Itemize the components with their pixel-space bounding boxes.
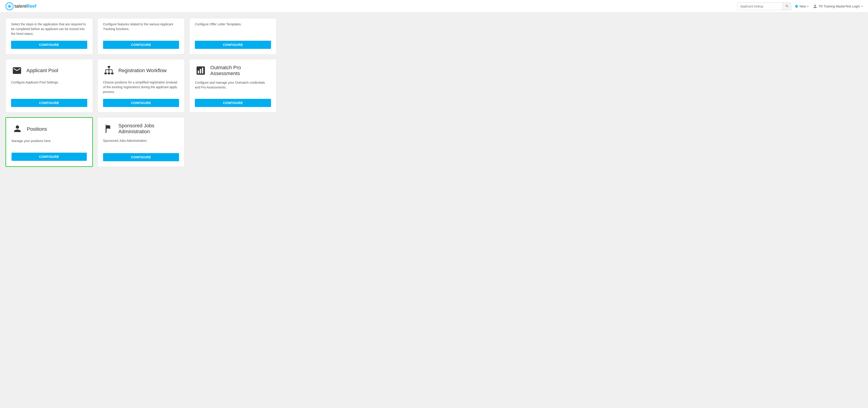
card-sponsored-jobs: Sponsored Jobs Administration Sponsored …	[97, 117, 185, 167]
search-button[interactable]	[782, 3, 791, 10]
envelope-icon	[12, 66, 22, 76]
svg-rect-5	[111, 72, 114, 74]
search-area	[737, 2, 791, 10]
card-application-steps: Select the steps in the application that…	[5, 18, 93, 55]
card-applicant-tracking: Configure features related to the variou…	[97, 18, 185, 55]
user-label: TR Training MasterTest Login	[818, 4, 860, 8]
card-offer-letter: Configure Offer Letter Templates. CONFIG…	[189, 18, 277, 55]
card-positions: Positions Manage your positions here. CO…	[5, 117, 93, 167]
positions-title: Positions	[27, 126, 47, 132]
user-dropdown-icon: ▾	[861, 5, 863, 8]
new-dropdown-icon: ▾	[807, 5, 809, 8]
card-outmatch-pro: Outmatch Pro Assessments Configure and m…	[189, 59, 277, 113]
outmatch-pro-desc: Configure and manage your Outmatch crede…	[195, 80, 271, 94]
applicant-pool-icon	[11, 65, 23, 77]
configure-positions-button[interactable]: CONFIGURE	[11, 153, 87, 161]
logo-reef-text: Reef	[26, 4, 36, 8]
hierarchy-icon	[104, 66, 114, 76]
sponsored-jobs-icon	[103, 123, 115, 135]
header-actions: ⊕ New ▾ TR Training MasterTest Login ▾	[795, 4, 863, 9]
outmatch-pro-title: Outmatch Pro Assessments	[210, 65, 271, 77]
configure-sponsored-jobs-button[interactable]: CONFIGURE	[103, 153, 179, 161]
top-cards-row: Select the steps in the application that…	[5, 18, 277, 55]
header: talentReef ⊕ New ▾ TR Training MasterTes…	[0, 0, 868, 13]
applicant-pool-title: Applicant Pool	[26, 68, 58, 74]
configure-applicant-tracking-button[interactable]: CONFIGURE	[103, 41, 179, 49]
configure-applicant-pool-button[interactable]: CONFIGURE	[11, 99, 87, 107]
svg-rect-14	[202, 68, 204, 74]
sponsored-jobs-desc: Sponsored Jobs Administration.	[103, 138, 179, 149]
search-icon	[785, 4, 789, 8]
new-label: New	[800, 4, 806, 8]
logo-talent-text: talent	[14, 4, 26, 8]
user-button[interactable]: TR Training MasterTest Login ▾	[813, 4, 863, 8]
configure-registration-workflow-button[interactable]: CONFIGURE	[103, 99, 179, 107]
bar-chart-icon	[196, 66, 206, 76]
card-applicant-pool: Applicant Pool Configure Applicant Pool …	[5, 59, 93, 113]
person-icon	[12, 124, 22, 134]
sponsored-jobs-title: Sponsored Jobs Administration	[119, 123, 179, 135]
registration-workflow-title: Registration Workflow	[119, 68, 167, 74]
svg-rect-13	[200, 69, 202, 74]
logo-icon	[5, 2, 13, 10]
card-registration-workflow: Registration Workflow Choose positions f…	[97, 59, 185, 113]
user-icon	[813, 4, 817, 8]
card-application-steps-desc: Select the steps in the application that…	[11, 22, 87, 36]
card-grid: Applicant Pool Configure Applicant Pool …	[5, 59, 277, 167]
search-input[interactable]	[737, 3, 782, 9]
svg-rect-4	[107, 72, 110, 74]
svg-point-15	[16, 125, 19, 129]
applicant-pool-desc: Configure Applicant Pool Settings.	[11, 80, 87, 94]
main-content: Select the steps in the application that…	[0, 13, 868, 172]
flag-icon	[104, 124, 114, 134]
new-button[interactable]: ⊕ New ▾	[795, 4, 809, 9]
logo: talentReef	[5, 2, 36, 10]
outmatch-pro-icon	[195, 65, 207, 77]
registration-workflow-desc: Choose positions for a simplified regist…	[103, 80, 179, 94]
registration-workflow-icon	[103, 65, 115, 77]
positions-icon	[11, 123, 23, 135]
configure-application-steps-button[interactable]: CONFIGURE	[11, 41, 87, 49]
positions-desc: Manage your positions here.	[11, 139, 87, 148]
svg-rect-3	[104, 72, 107, 74]
card-offer-letter-desc: Configure Offer Letter Templates.	[195, 22, 271, 36]
configure-outmatch-pro-button[interactable]: CONFIGURE	[195, 99, 271, 107]
card-applicant-tracking-desc: Configure features related to the variou…	[103, 22, 179, 36]
configure-offer-letter-button[interactable]: CONFIGURE	[195, 41, 271, 49]
svg-rect-2	[107, 66, 110, 68]
plus-icon: ⊕	[795, 4, 798, 9]
svg-rect-12	[198, 70, 199, 74]
